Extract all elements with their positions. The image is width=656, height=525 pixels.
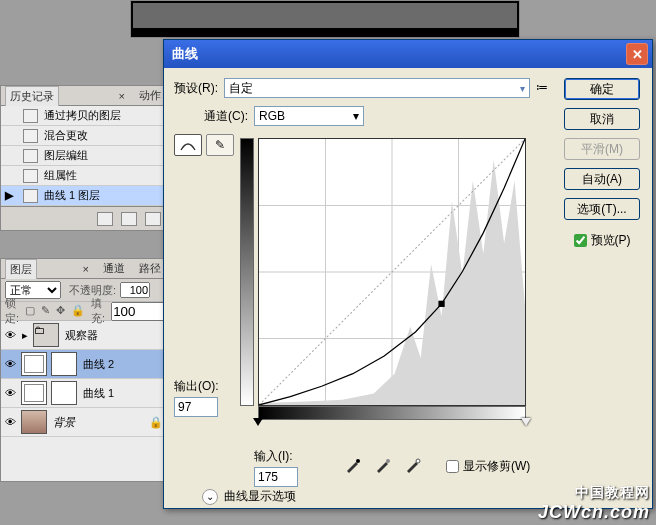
mask-thumb — [51, 352, 77, 376]
tab-history[interactable]: 历史记录 — [5, 86, 59, 106]
tab-layers[interactable]: 图层 — [5, 259, 37, 279]
output-gradient — [240, 138, 254, 406]
curve-options-label: 曲线显示选项 — [224, 488, 296, 505]
adjustment-thumb — [21, 381, 47, 405]
layer-icon — [23, 109, 38, 123]
lock-brush-icon[interactable]: ✎ — [41, 304, 50, 318]
tab-channels[interactable]: 通道 — [99, 259, 129, 278]
dialog-title: 曲线 — [168, 45, 626, 63]
svg-rect-7 — [438, 301, 444, 307]
layer-row[interactable]: 👁 曲线 2 — [1, 350, 169, 379]
fill-label: 填充: — [91, 296, 105, 326]
folder-icon: 🗀 — [33, 323, 59, 347]
lock-label: 锁定: — [5, 296, 19, 326]
black-point-handle[interactable] — [253, 418, 263, 431]
history-trash-icon[interactable] — [145, 212, 161, 226]
history-panel: 历史记录 × 动作 通过拷贝的图层 混合更改 图层编组 组属性 ▶曲线 1 图层 — [0, 85, 170, 231]
output-label: 输出(O): — [174, 378, 230, 395]
auto-button[interactable]: 自动(A) — [564, 168, 640, 190]
pencil-tool-icon[interactable]: ✎ — [206, 134, 234, 156]
layer-icon — [23, 169, 38, 183]
lock-move-icon[interactable]: ✥ — [56, 304, 65, 318]
lock-transparent-icon[interactable]: ▢ — [25, 304, 35, 318]
channel-label: 通道(C): — [204, 108, 248, 125]
image-thumb — [21, 410, 47, 434]
history-item[interactable]: 通过拷贝的图层 — [1, 106, 169, 126]
input-slider[interactable] — [258, 420, 526, 430]
svg-point-9 — [386, 459, 390, 463]
layer-row[interactable]: 👁 曲线 1 — [1, 379, 169, 408]
layer-icon — [23, 149, 38, 163]
mask-thumb — [51, 381, 77, 405]
close-icon[interactable]: ✕ — [626, 43, 648, 65]
history-snapshot-icon[interactable] — [97, 212, 113, 226]
curve-graph[interactable] — [258, 138, 526, 406]
chevron-down-icon: ▾ — [520, 83, 525, 94]
layer-icon — [23, 129, 38, 143]
tab-history-close[interactable]: × — [115, 88, 129, 104]
ok-button[interactable]: 确定 — [564, 78, 640, 100]
expand-options-icon[interactable]: ⌄ — [202, 489, 218, 505]
tab-actions[interactable]: 动作 — [135, 86, 165, 105]
tab-layers-close[interactable]: × — [79, 261, 93, 277]
layer-group-row[interactable]: 👁 ▸ 🗀 观察器 — [1, 321, 169, 350]
gray-eyedropper-icon[interactable] — [374, 456, 392, 474]
options-button[interactable]: 选项(T)... — [564, 198, 640, 220]
white-eyedropper-icon[interactable] — [404, 456, 422, 474]
visibility-icon[interactable]: 👁 — [1, 329, 19, 341]
preset-select[interactable]: 自定▾ — [224, 78, 530, 98]
layers-panel: 图层 × 通道 路径 正常 不透明度: 锁定: ▢ ✎ ✥ 🔒 填充: 👁 ▸ … — [0, 258, 170, 482]
preset-menu-icon[interactable]: ≔ — [536, 80, 554, 96]
svg-point-10 — [416, 459, 420, 463]
history-item[interactable]: 混合更改 — [1, 126, 169, 146]
layer-icon — [23, 189, 38, 203]
input-gradient — [258, 406, 526, 420]
curve-tool-icon[interactable] — [174, 134, 202, 156]
smooth-button: 平滑(M) — [564, 138, 640, 160]
svg-point-8 — [356, 459, 360, 463]
black-eyedropper-icon[interactable] — [344, 456, 362, 474]
cancel-button[interactable]: 取消 — [564, 108, 640, 130]
channel-select[interactable]: RGB▾ — [254, 106, 364, 126]
history-item[interactable]: 组属性 — [1, 166, 169, 186]
chevron-down-icon: ▾ — [353, 109, 359, 123]
input-label: 输入(I): — [254, 448, 298, 465]
history-new-icon[interactable] — [121, 212, 137, 226]
show-clipping-label: 显示修剪(W) — [463, 458, 530, 475]
preview-label: 预览(P) — [591, 232, 631, 249]
tab-paths[interactable]: 路径 — [135, 259, 165, 278]
history-item[interactable]: 图层编组 — [1, 146, 169, 166]
adjustment-thumb — [21, 352, 47, 376]
input-input[interactable] — [254, 467, 298, 487]
history-item[interactable]: ▶曲线 1 图层 — [1, 186, 169, 206]
visibility-icon[interactable]: 👁 — [1, 387, 19, 399]
preset-label: 预设(R): — [174, 80, 218, 97]
opacity-input[interactable] — [120, 282, 150, 298]
watermark: 中国教程网 JCWcn.com — [538, 484, 650, 523]
curves-dialog: 曲线 ✕ 预设(R): 自定▾ ≔ 通道(C): RGB▾ ✎ — [163, 39, 653, 509]
visibility-icon[interactable]: 👁 — [1, 416, 19, 428]
show-clipping-checkbox[interactable] — [446, 460, 459, 473]
white-point-handle[interactable] — [521, 418, 531, 431]
preview-checkbox[interactable] — [574, 234, 587, 247]
layer-row[interactable]: 👁 背景 🔒 — [1, 408, 169, 437]
visibility-icon[interactable]: 👁 — [1, 358, 19, 370]
lock-all-icon[interactable]: 🔒 — [71, 304, 85, 318]
output-input[interactable] — [174, 397, 218, 417]
lock-icon: 🔒 — [149, 416, 163, 429]
